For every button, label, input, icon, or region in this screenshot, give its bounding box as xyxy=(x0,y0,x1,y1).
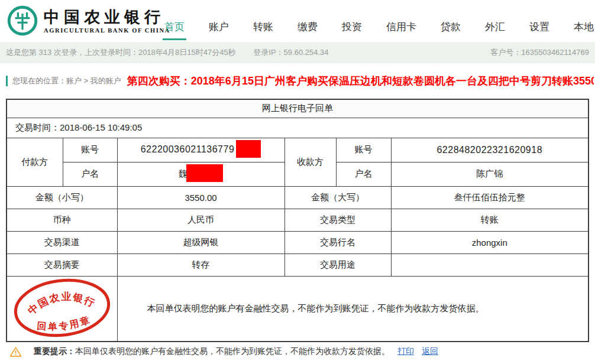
svg-text:中国农业银行: 中国农业银行 xyxy=(24,287,98,317)
print-link[interactable]: 打印 xyxy=(397,346,414,357)
redaction-box xyxy=(186,164,223,182)
nav-item-accounts[interactable]: 账户 xyxy=(209,20,229,34)
footer-notice-label: 重要提示： xyxy=(34,346,75,356)
transaction-time-label: 交易时间： xyxy=(15,122,60,132)
redaction-box xyxy=(236,140,261,158)
amount-upper-value: 叁仟伍佰伍拾元整 xyxy=(391,186,588,209)
customer-number-text: 客户号：1635503462114769 xyxy=(490,42,589,63)
e-receipt-table: 网上银行电子回单 交易时间：2018-06-15 10:49:05 付款方 账号… xyxy=(6,99,589,342)
login-info-bar: 这是您第 313 次登录，上次登录时间：2018年4月8日15时47分45秒 登… xyxy=(0,42,595,63)
txn-bank-value: zhongxin xyxy=(391,231,588,254)
bank-name-block: 中国农业银行 AGRICULTURAL BANK OF CHINA xyxy=(44,8,170,34)
bank-stamp-cell: 中国农业银行 回单专用章 xyxy=(7,276,117,342)
payee-name-value: 陈广锦 xyxy=(391,162,588,186)
login-ip-text: 登录IP：59.60.254.34 xyxy=(253,48,328,57)
transaction-time-cell: 交易时间：2018-06-15 10:49:05 xyxy=(7,118,588,138)
back-link[interactable]: 返回 xyxy=(422,346,438,357)
nav-item-invest[interactable]: 投资 xyxy=(342,20,362,34)
txn-channel-label: 交易渠道 xyxy=(7,231,117,254)
login-count-text: 这是您第 313 次登录，上次登录时间：2018年4月8日15时47分45秒 xyxy=(6,48,236,57)
login-info-left: 这是您第 313 次登录，上次登录时间：2018年4月8日15时47分45秒 登… xyxy=(6,48,344,57)
nav-item-forex[interactable]: 外汇 xyxy=(485,20,505,34)
footer-notice-text: 重要提示：本回单仅表明您的账户有金融性交易，不能作为到账凭证，不能作为收款方发货… xyxy=(34,346,390,357)
amount-lower-value: 3550.00 xyxy=(117,186,284,209)
payee-account-label: 账号 xyxy=(336,138,391,162)
currency-value: 人民币 xyxy=(117,209,284,231)
bank-name-cn: 中国农业银行 xyxy=(44,8,170,26)
amount-upper-label: 金额（大写） xyxy=(284,186,391,209)
nav-item-transfer[interactable]: 转账 xyxy=(253,20,273,34)
breadcrumb: 您现在的位置：账户 > 我的账户 xyxy=(6,76,121,86)
txn-summary-value: 转存 xyxy=(117,254,284,276)
nav-item-local[interactable]: 本地 xyxy=(574,20,594,34)
payee-account-value: 6228482022321620918 xyxy=(391,138,588,162)
receipt-disclaimer: 本回单仅表明您的账户有金融性交易，不能作为到账凭证，不能作为收款方发货依据。 xyxy=(117,276,588,342)
payer-name-label: 户名 xyxy=(63,162,117,186)
txn-summary-label: 交易摘要 xyxy=(7,254,117,276)
payer-row-label: 付款方 xyxy=(7,138,63,186)
footer-notice-bar: 重要提示：本回单仅表明您的账户有金融性交易，不能作为到账凭证，不能作为收款方发货… xyxy=(9,346,589,358)
payer-name-value: 魏 xyxy=(117,162,284,186)
txn-bank-label: 交易行名 xyxy=(284,231,391,254)
nav-item-creditcard[interactable]: 信用卡 xyxy=(386,20,416,34)
txn-purpose-label: 交易用途 xyxy=(284,254,391,276)
nav-item-payments[interactable]: 缴费 xyxy=(298,20,318,34)
abc-wheat-ring-icon xyxy=(7,5,38,36)
stamp-text-top: 中国农业银行 xyxy=(24,287,98,317)
payer-account-value: 62220036021136779 xyxy=(117,138,284,162)
transaction-time-value: 2018-06-15 10:49:05 xyxy=(60,122,142,132)
payee-name-label: 户名 xyxy=(336,162,391,186)
bank-name-en: AGRICULTURAL BANK OF CHINA xyxy=(44,27,170,34)
txn-purpose-value xyxy=(391,254,588,276)
nav-item-home[interactable]: 首页 xyxy=(164,20,185,34)
warning-icon xyxy=(9,346,22,358)
txn-type-value: 转账 xyxy=(391,209,588,231)
receipt-title: 网上银行电子回单 xyxy=(7,99,588,118)
txn-type-label: 交易类型 xyxy=(284,209,391,231)
amount-lower-label: 金额（小写） xyxy=(7,186,117,209)
currency-label: 币种 xyxy=(7,209,117,231)
txn-channel-value: 超级网银 xyxy=(117,231,284,254)
main-nav: 首页 账户 转账 缴费 投资 信用卡 贷款 外汇 设置 本地 xyxy=(164,20,595,34)
payer-account-label: 账号 xyxy=(63,138,117,162)
purchase-annotation-text: 第四次购买：2018年6月15日广州客户购买保温压边机和短款卷圆机各一台及四把中… xyxy=(127,74,594,88)
bank-logo[interactable]: 中国农业银行 AGRICULTURAL BANK OF CHINA xyxy=(7,5,170,36)
receipt-stamp-icon: 中国农业银行 回单专用章 xyxy=(7,277,117,339)
breadcrumb-row: 您现在的位置：账户 > 我的账户 第四次购买：2018年6月15日广州客户购买保… xyxy=(6,72,594,90)
nav-item-loans[interactable]: 贷款 xyxy=(441,20,461,34)
nav-item-settings[interactable]: 设置 xyxy=(529,20,549,34)
payee-row-label: 收款方 xyxy=(284,138,336,186)
header: 中国农业银行 AGRICULTURAL BANK OF CHINA 首页 账户 … xyxy=(0,0,595,42)
